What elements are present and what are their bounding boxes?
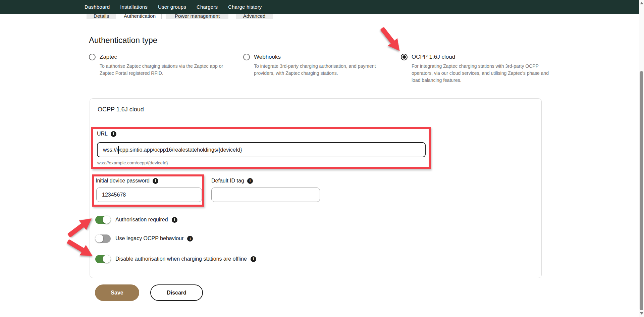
toggle-row-disable-auth-offline: Disable authorisation when charging stat…: [95, 255, 256, 263]
initial-device-password-input[interactable]: [96, 188, 202, 202]
auth-option-zaptec: Zaptec To authorise Zaptec charging stat…: [89, 54, 235, 77]
auth-option-webhooks: Webhooks To integrate 3rd-party charging…: [243, 54, 387, 77]
radio-zaptec-icon[interactable]: [89, 54, 96, 60]
default-id-tag-input[interactable]: [211, 188, 320, 202]
toggle-row-authorisation-required: Authorisation required i: [95, 215, 177, 224]
text-cursor: [118, 146, 119, 154]
radio-label: Zaptec: [100, 54, 117, 60]
radio-label: Webhooks: [254, 54, 281, 60]
toggle-knob: [103, 255, 111, 263]
top-navigation: Dashboard Installations User groups Char…: [0, 0, 639, 14]
info-icon[interactable]: i: [153, 178, 158, 184]
password-label-row: Initial device password i: [96, 178, 158, 184]
radio-option-webhooks[interactable]: Webhooks: [243, 54, 387, 60]
radio-ocpp-icon[interactable]: [401, 54, 408, 60]
disable-auth-offline-toggle[interactable]: [95, 255, 111, 263]
nav-item-installations[interactable]: Installations: [120, 4, 148, 10]
radio-option-ocpp[interactable]: OCPP 1.6J cloud: [401, 54, 550, 60]
id-tag-label-row: Default ID tag i: [211, 178, 253, 184]
radio-description: To integrate 3rd-party charging authoris…: [254, 63, 387, 77]
initial-device-password-label: Initial device password: [96, 178, 150, 184]
url-label-row: URL i: [97, 131, 116, 137]
url-label: URL: [97, 131, 108, 137]
annotation-arrow-ocpp: [377, 24, 405, 55]
toggle-label: Authorisation required: [115, 217, 168, 223]
scrollbar-thumb[interactable]: [640, 71, 643, 310]
info-icon[interactable]: i: [111, 131, 116, 137]
url-helper-text: wss://example.com/ocpp/{deviceId}: [97, 160, 168, 165]
radio-description: To authorise Zaptec charging stations vi…: [100, 63, 235, 77]
save-button[interactable]: Save: [95, 284, 139, 301]
authorisation-required-toggle[interactable]: [95, 216, 111, 224]
scrollbar-down-arrow[interactable]: [640, 312, 643, 315]
url-input[interactable]: [97, 142, 426, 157]
radio-label: OCPP 1.6J cloud: [412, 54, 455, 60]
ocpp-settings-card: OCPP 1.6J cloud URL i wss://example.com/…: [90, 98, 542, 278]
radio-description: For integrating Zaptec charging stations…: [412, 63, 550, 84]
use-legacy-ocpp-toggle[interactable]: [95, 234, 111, 243]
auth-option-ocpp: OCPP 1.6J cloud For integrating Zaptec c…: [401, 54, 550, 84]
page: Details Authentication Power management …: [0, 0, 644, 317]
toggle-knob: [95, 234, 103, 243]
url-field-wrap: [97, 142, 426, 157]
nav-item-charge-history[interactable]: Charge history: [228, 4, 262, 10]
discard-button[interactable]: Discard: [150, 284, 203, 301]
nav-item-chargers[interactable]: Chargers: [197, 4, 218, 10]
radio-webhooks-icon[interactable]: [243, 54, 250, 60]
default-id-tag-label: Default ID tag: [211, 178, 244, 184]
card-title: OCPP 1.6J cloud: [98, 106, 144, 113]
scrollbar-up-arrow[interactable]: [640, 2, 643, 4]
toggle-label: Use legacy OCPP behaviour: [115, 235, 183, 242]
info-icon[interactable]: i: [251, 256, 256, 262]
info-icon[interactable]: i: [187, 236, 193, 242]
toggle-row-legacy-ocpp: Use legacy OCPP behaviour i: [95, 234, 193, 243]
info-icon[interactable]: i: [247, 178, 253, 184]
divider: [98, 121, 535, 121]
toggle-knob: [103, 216, 111, 224]
info-icon[interactable]: i: [172, 217, 177, 223]
radio-option-zaptec[interactable]: Zaptec: [89, 54, 235, 60]
nav-item-user-groups[interactable]: User groups: [158, 4, 186, 10]
nav-item-dashboard[interactable]: Dashboard: [85, 4, 110, 10]
toggle-label: Disable authorisation when charging stat…: [115, 256, 247, 262]
page-title: Authentication type: [89, 36, 157, 45]
